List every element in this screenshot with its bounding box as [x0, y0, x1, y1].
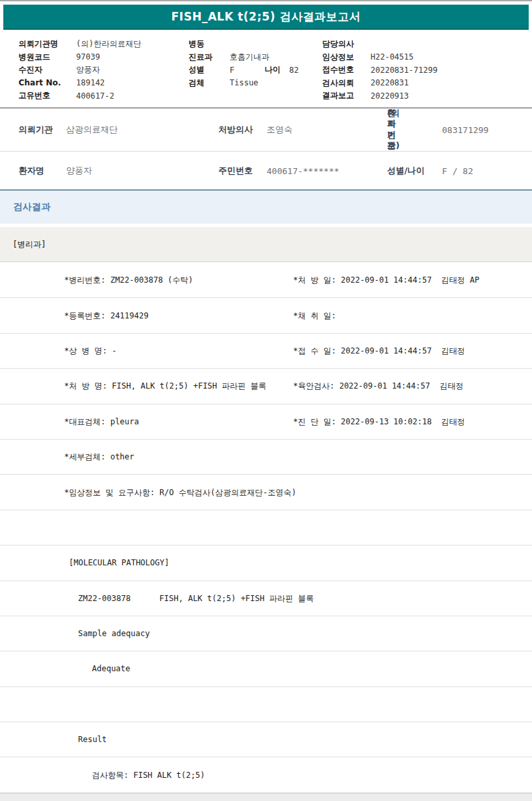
- sex-age-label: 성별/나이: [387, 165, 425, 177]
- field-value: 97039: [76, 52, 100, 62]
- field-label: 접수번호: [322, 64, 371, 75]
- patient-name-value: 양풍자: [66, 165, 92, 177]
- field-label: 성별: [189, 64, 230, 75]
- field-value: F: [230, 66, 254, 75]
- result-left: Sample adequacy: [78, 629, 150, 638]
- department-band: [병리과]: [0, 227, 532, 262]
- referral-org-label: 의뢰기관: [19, 124, 53, 136]
- field-label: 담당의사: [322, 38, 371, 50]
- result-row: *대표검체: pleura *진 단 일: 2022-09-13 10:02:1…: [0, 404, 532, 440]
- department-name: [병리과]: [13, 239, 46, 250]
- result-row: Result: [0, 722, 532, 757]
- field-label: 의뢰기관명: [19, 38, 76, 50]
- field-unique-no: 고유번호 400617-2: [19, 89, 141, 103]
- patient-no-value: 083171299: [442, 125, 488, 135]
- result-left: *등록번호: 24119429: [64, 310, 148, 321]
- field-value: Tissue: [230, 78, 258, 87]
- field-client-org: 의뢰기관명 (의)한라의료재단: [19, 38, 141, 51]
- field-label-age: 나이: [265, 64, 289, 75]
- result-row: *상 병 명: - *접 수 일: 2022-09-01 14:44:57 김태…: [0, 334, 532, 369]
- result-row-empty: [0, 510, 532, 545]
- order-info-col1: 의뢰기관명 (의)한라의료재단 병원코드 97039 수진자 양풍자 Chart…: [19, 38, 141, 103]
- field-label: 임상정보: [322, 52, 371, 63]
- referral-row: 의뢰기관 삼광의료재단 처방의사 조영숙 환자번호 (의뢰기관) 0831712…: [0, 109, 532, 152]
- result-right: *육안검사: 2022-09-01 14:44:57 김태정: [293, 381, 463, 392]
- bottom-cutoff-band: [0, 793, 532, 801]
- field-value-age: 82: [289, 66, 298, 75]
- referral-org-value: 삼광의료재단: [66, 124, 118, 136]
- result-row: *세부검체: other: [0, 440, 532, 475]
- field-attending-doctor: 담당의사: [322, 38, 437, 51]
- report-title-banner: FISH_ALK t(2;5) 검사결과보고서: [3, 5, 529, 30]
- result-row: *병리번호: ZM22-003878 (수탁) *처 방 일: 2022-09-…: [0, 263, 532, 298]
- patient-row: 환자명 양풍자 주민번호 400617-******* 성별/나이 F / 82: [0, 152, 532, 189]
- field-value: 양풍자: [76, 64, 100, 75]
- result-left: *세부검체: other: [64, 451, 134, 463]
- field-label: 검사의뢰: [322, 77, 371, 89]
- report-page: FISH_ALK t(2;5) 검사결과보고서 의뢰기관명 (의)한라의료재단 …: [0, 0, 532, 801]
- field-label: Chart No.: [19, 78, 76, 87]
- report-title: FISH_ALK t(2;5) 검사결과보고서: [171, 9, 361, 24]
- result-right: *채 취 일:: [293, 310, 336, 321]
- field-value: H22-04515: [371, 52, 414, 62]
- field-ward: 병동: [189, 38, 298, 51]
- field-label: 병동: [189, 38, 230, 50]
- field-value: 20220831: [371, 78, 409, 87]
- field-request-date: 검사의뢰 20220831: [322, 77, 437, 90]
- field-report-date: 결과보고 20220913: [322, 89, 437, 103]
- result-left: Result: [78, 735, 107, 744]
- prescribing-doctor-label: 처방의사: [218, 124, 253, 136]
- result-row: *처 방 명: FISH, ALK t(2;5) +FISH 파라핀 블록 *육…: [0, 369, 532, 404]
- field-label: 수진자: [19, 64, 76, 75]
- result-row: *임상정보 및 요구사항: R/O 수탁검사(삼광의료재단-조영숙): [0, 475, 532, 510]
- field-specimen: 검체 Tissue: [189, 77, 298, 90]
- prescribing-doctor-value: 조영숙: [267, 124, 292, 136]
- field-value: 189142: [76, 78, 105, 87]
- sex-age-value: F / 82: [442, 165, 473, 175]
- top-border-line: [0, 0, 532, 1]
- result-row: ZM22-003878 FISH, ALK t(2;5) +FISH 파라핀 블…: [0, 581, 532, 616]
- result-row: Adequate: [0, 651, 532, 686]
- order-info-col3: 담당의사 임상정보 H22-04515 접수번호 20220831-71299 …: [322, 38, 437, 103]
- result-left: 검사항목: FISH ALK t(2;5): [92, 769, 205, 780]
- result-left: *임상정보 및 요구사항: R/O 수탁검사(삼광의료재단-조영숙): [64, 487, 296, 498]
- results-section-header: 검사결과: [0, 191, 532, 224]
- result-left: *대표검체: pleura: [64, 416, 139, 427]
- order-info-block: 의뢰기관명 (의)한라의료재단 병원코드 97039 수진자 양풍자 Chart…: [0, 36, 532, 106]
- field-label: 결과보고: [322, 90, 371, 101]
- result-left: Adequate: [92, 664, 130, 673]
- result-right: *진 단 일: 2022-09-13 10:02:18 김태정: [293, 416, 465, 427]
- patient-name-label: 환자명: [19, 165, 44, 177]
- rrn-label: 주민번호: [218, 165, 253, 177]
- field-label: 고유번호: [19, 90, 76, 101]
- field-clinical-info: 임상정보 H22-04515: [322, 51, 437, 64]
- field-value: (의)한라의료재단: [76, 38, 141, 50]
- result-row: 검사항목: FISH ALK t(2;5): [0, 757, 532, 792]
- field-accession-no: 접수번호 20220831-71299: [322, 64, 437, 77]
- field-value: 400617-2: [76, 91, 114, 101]
- patient-no-label-line2: (의뢰기관): [387, 109, 400, 152]
- result-right: *처 방 일: 2022-09-01 14:44:57 김태정 AP: [293, 275, 480, 286]
- field-value: 호흡기내과: [230, 52, 269, 63]
- field-label: 검체: [189, 77, 230, 89]
- field-chart-no: Chart No. 189142: [19, 77, 141, 90]
- field-value: 20220913: [371, 91, 409, 101]
- field-examinee: 수진자 양풍자: [19, 64, 141, 77]
- result-row: Sample adequacy: [0, 616, 532, 651]
- rrn-value: 400617-*******: [267, 165, 339, 175]
- field-sex-age: 성별 F 나이 82: [189, 64, 298, 77]
- result-left: *상 병 명: -: [64, 345, 116, 356]
- order-info-col2: 병동 진료과 호흡기내과 성별 F 나이 82 검체 Tissue: [189, 38, 298, 89]
- result-row: [MOLECULAR PATHOLOGY]: [0, 545, 532, 581]
- field-label: 진료과: [189, 52, 230, 63]
- result-left: ZM22-003878 FISH, ALK t(2;5) +FISH 파라핀 블…: [78, 592, 314, 604]
- result-left: *처 방 명: FISH, ALK t(2;5) +FISH 파라핀 블록: [64, 381, 267, 392]
- result-row: *등록번호: 24119429 *채 취 일:: [0, 298, 532, 333]
- result-row-empty: [0, 687, 532, 722]
- field-hospital-code: 병원코드 97039: [19, 51, 141, 64]
- results-section-title: 검사결과: [13, 201, 50, 213]
- result-rows: *병리번호: ZM22-003878 (수탁) *처 방 일: 2022-09-…: [0, 263, 532, 793]
- field-department: 진료과 호흡기내과: [189, 51, 298, 64]
- result-left: *병리번호: ZM22-003878 (수탁): [64, 275, 193, 286]
- result-left: [MOLECULAR PATHOLOGY]: [69, 558, 169, 567]
